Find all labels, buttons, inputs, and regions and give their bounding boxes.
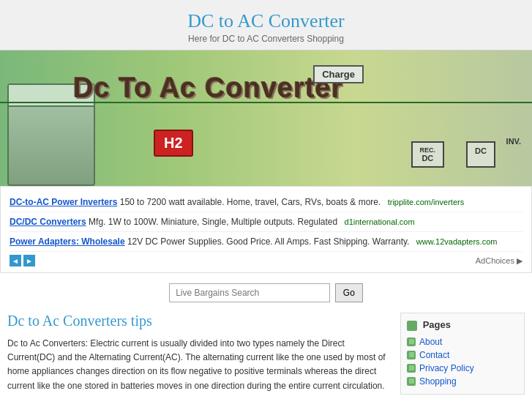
ad-desc-2: Mfg. 1W to 100W. Miniature, Single, Mult… [89,217,337,227]
ad-next-button[interactable]: ► [23,255,35,266]
ad-link-3[interactable]: Power Adapters: Wholesale [10,236,125,247]
banner-title: Dc To Ac Converter [73,72,343,104]
ad-url-1[interactable]: tripplite.com/inverters [388,198,465,206]
page-icon-privacy [407,364,416,373]
site-header: DC to AC Converter Here for DC to AC Con… [0,0,532,51]
ad-link-1[interactable]: DC-to-AC Power Inverters [10,197,117,207]
article-title: Dc to Ac Converters tips [7,313,386,329]
ad-choices-label: AdChoices ▶ [476,256,522,266]
page-icon-shopping [407,377,416,386]
banner-dc-box: DC [466,141,495,168]
article: Dc to Ac Converters tips Dc to Ac Conver… [7,313,400,395]
sidebar-item-shopping[interactable]: Shopping [407,375,518,388]
ad-desc-1: 150 to 7200 watt available. Home, travel… [120,197,381,207]
search-button[interactable]: Go [335,283,363,302]
banner-rec-label: REC. [420,146,436,154]
sidebar-item-about[interactable]: About [407,335,518,348]
sidebar: Pages About Contact Privacy Policy Shopp… [400,313,525,395]
ad-section: DC-to-AC Power Inverters 150 to 7200 wat… [0,186,532,273]
ad-desc-3: 12V DC Power Supplies. Good Price. All A… [127,236,410,247]
sidebar-item-privacy[interactable]: Privacy Policy [407,362,518,375]
ad-prev-button[interactable]: ◄ [10,255,21,266]
ad-arrows: ◄ ► [10,255,35,266]
sidebar-pages-title: Pages [407,319,518,331]
banner-dc-label2: DC [475,146,487,155]
sidebar-pages-widget: Pages About Contact Privacy Policy Shopp… [400,313,525,395]
banner-image: Dc To Ac Converter Charge H2 REC. DC DC … [0,51,532,186]
ad-nav: ◄ ► AdChoices ▶ [10,255,522,266]
banner-h2-box: H2 [154,130,193,157]
ad-row-1: DC-to-AC Power Inverters 150 to 7200 wat… [10,193,522,212]
banner-rec-box: REC. DC [411,141,445,168]
ad-url-3[interactable]: www.12vadapters.com [416,237,498,246]
page-icon-about [407,338,416,346]
banner-line [0,102,532,103]
banner-boxes: REC. DC DC [411,141,495,168]
sidebar-item-contact[interactable]: Contact [407,348,518,362]
page-icon-contact [407,351,416,359]
banner-inv-label: INV. [506,137,521,146]
banner-charge-box: Charge [313,65,364,83]
ad-url-2[interactable]: d1international.com [345,217,415,226]
pages-icon [407,321,417,331]
banner-dc-label1: DC [422,154,433,163]
article-body: Dc to Ac Converters: Electric current is… [7,337,386,393]
ad-row-3: Power Adapters: Wholesale 12V DC Power S… [10,232,522,252]
ad-link-2[interactable]: DC/DC Converters [10,217,86,227]
ad-row-2: DC/DC Converters Mfg. 1W to 100W. Miniat… [10,212,522,232]
search-input[interactable] [169,283,330,302]
search-bar: Go [0,273,532,313]
main-content: Dc to Ac Converters tips Dc to Ac Conver… [0,313,532,399]
site-subtitle: Here for DC to AC Converters Shopping [0,34,532,44]
site-title: DC to AC Converter [0,10,532,32]
